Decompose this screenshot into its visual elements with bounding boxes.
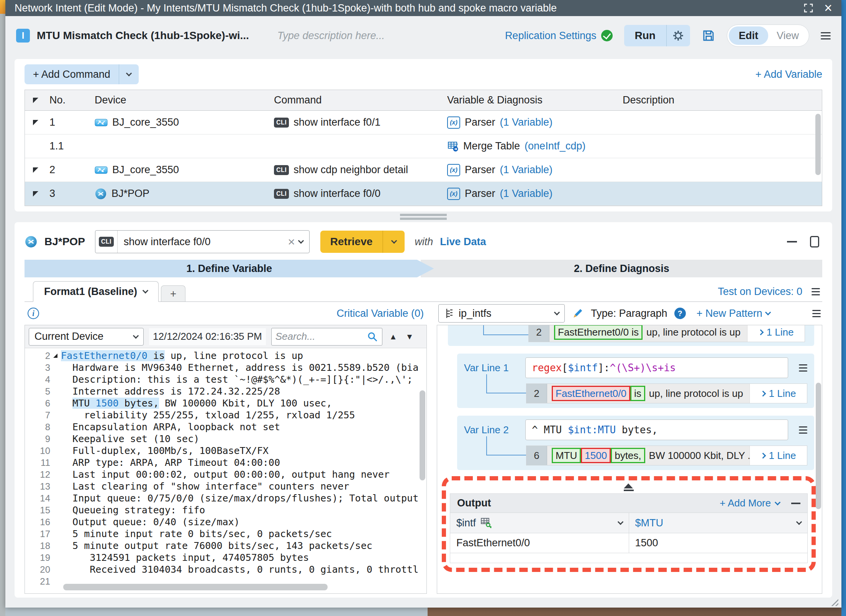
tree-icon (444, 308, 454, 319)
edit-toggle[interactable]: Edit (729, 26, 768, 45)
menu-icon[interactable] (821, 32, 831, 39)
edit-pencil-icon[interactable] (572, 307, 584, 319)
output-column-intf[interactable]: $intf (450, 513, 629, 533)
detail-section: BJ*POP CLI show interface f0/0 × Retriev… (15, 222, 832, 598)
replication-settings-link[interactable]: Replication Settings (505, 30, 613, 42)
device-scope-select[interactable]: Current Device (29, 328, 144, 346)
cli-icon: CLI (274, 189, 289, 199)
run-button-group[interactable]: Run (624, 25, 690, 46)
resize-grip[interactable] (830, 598, 838, 606)
format-tabs: Format1 (Baseline) + Test on Devices: 0 (25, 280, 822, 302)
collapse-output-icon[interactable] (624, 483, 634, 491)
command-table: No. Device Command Variable & Diagnosis … (25, 90, 822, 206)
code-line: 5 Internet address is 172.24.32.225/28 (25, 385, 426, 397)
code-line: 19 3124591 packets input, 474057805 byte… (25, 552, 426, 564)
type-label: Type: Paragraph (591, 308, 667, 319)
table-row[interactable]: 3BJ*POPCLIshow interface f0/0(x)Parser(1… (25, 182, 822, 206)
code-line: 18 5 minute output rate 76000 bits/sec, … (25, 540, 426, 552)
line-count-link[interactable]: 1 Line (747, 325, 805, 342)
panel-splitter[interactable] (5, 211, 841, 222)
match-row: 2 FastEthernet0/0 is up, line protocol i… (528, 325, 805, 342)
var-line-2-label: Var Line 2 (464, 424, 520, 436)
expand-all-icon[interactable] (33, 98, 38, 103)
line-count-link[interactable]: 1 Line (749, 446, 807, 465)
variable-link[interactable]: (1 Variable) (500, 164, 553, 176)
table-row[interactable]: 1.1Merge Table(oneIntf_cdp) (25, 134, 822, 158)
variable-select[interactable]: ip_intfs (438, 304, 565, 323)
close-icon[interactable]: × (824, 1, 832, 15)
minimize-panel-icon[interactable] (787, 241, 797, 242)
check-circle-icon (601, 30, 613, 41)
code-line: 7 reliability 255/255, txload 1/255, rxl… (25, 409, 426, 421)
test-menu-icon[interactable] (812, 288, 820, 295)
pattern-scrollbar[interactable] (816, 383, 821, 509)
new-pattern-button[interactable]: + New Pattern (697, 308, 771, 319)
fullscreen-icon[interactable] (803, 2, 814, 14)
output-column-mtu[interactable]: $MTU (629, 513, 808, 533)
add-format-tab[interactable]: + (161, 285, 185, 301)
search-icon[interactable] (367, 331, 378, 342)
maximize-panel-icon[interactable] (810, 236, 819, 247)
expand-icon[interactable] (33, 167, 38, 173)
table-key-icon (480, 517, 492, 529)
retrieve-dropdown[interactable] (382, 231, 405, 253)
match-row: 2 FastEthernet0/0is up, line protocol is… (526, 383, 807, 403)
search-input[interactable] (275, 331, 367, 342)
info-icon[interactable]: i (28, 308, 39, 319)
merge-table-icon (447, 141, 459, 152)
search-box[interactable] (271, 328, 382, 346)
live-data-link[interactable]: Live Data (440, 236, 486, 248)
clear-command-icon[interactable]: × (284, 235, 299, 249)
code-horizontal-scrollbar[interactable] (63, 584, 328, 590)
description-input[interactable] (277, 30, 442, 42)
help-icon[interactable]: ? (674, 308, 686, 319)
variable-link[interactable]: (1 Variable) (500, 116, 553, 128)
save-icon[interactable] (702, 29, 715, 43)
expand-icon[interactable] (33, 191, 38, 197)
match-chip: is (630, 386, 645, 401)
command-input[interactable]: CLI show interface f0/0 × (95, 230, 310, 253)
code-line: 8 Encapsulation ARPA, loopback not set (25, 421, 426, 433)
step-define-variable[interactable]: 1. Define Variable (25, 260, 434, 277)
test-on-devices-link[interactable]: Test on Devices: 0 (718, 286, 802, 298)
var-line-1-label: Var Line 1 (464, 362, 520, 374)
run-button[interactable]: Run (624, 29, 666, 42)
tab-dropdown-icon[interactable] (143, 288, 149, 294)
output-empty-row (450, 553, 808, 563)
table-row[interactable]: 2BJ_core_3550CLIshow cdp neighbor detail… (25, 158, 822, 182)
retrieve-button[interactable]: Retrieve (320, 231, 383, 253)
command-dropdown-icon[interactable] (298, 238, 304, 244)
var-line-1-pattern-input[interactable]: regex[$intf]:^(\S+)\s+is (525, 357, 788, 378)
tab-format1-baseline[interactable]: Format1 (Baseline) (33, 281, 159, 302)
sample-text-viewer[interactable]: 2FastEthernet0/0 is up, line protocol is… (25, 348, 426, 593)
add-command-button[interactable]: + Add Command (25, 64, 139, 84)
pattern-menu-icon[interactable] (812, 310, 821, 317)
table-scrollbar[interactable] (815, 114, 821, 175)
variable-link[interactable]: (oneIntf_cdp) (525, 140, 585, 152)
run-settings-button[interactable] (666, 25, 690, 46)
table-row[interactable]: 1BJ_core_3550CLIshow interface f0/1(x)Pa… (25, 111, 822, 134)
cli-icon: CLI (99, 237, 114, 247)
intent-icon: I (16, 29, 30, 43)
device-name: BJ*POP (44, 236, 85, 248)
line-count-link[interactable]: 1 Line (749, 384, 807, 403)
expand-icon[interactable] (33, 120, 38, 125)
search-prev-icon[interactable]: ▲ (388, 332, 399, 341)
var-line-1-menu-icon[interactable] (799, 364, 807, 372)
variable-link[interactable]: (1 Variable) (500, 188, 553, 200)
code-vertical-scrollbar[interactable] (420, 390, 425, 480)
add-variable-link[interactable]: + Add Variable (756, 69, 822, 80)
critical-variable-link[interactable]: Critical Variable (0) (336, 308, 424, 319)
add-command-dropdown[interactable] (119, 64, 139, 84)
pattern-section-top: 2 FastEthernet0/0 is up, line protocol i… (448, 325, 814, 346)
add-more-button[interactable]: + Add More (720, 497, 780, 509)
var-line-2-menu-icon[interactable] (799, 426, 807, 434)
collapse-icon[interactable] (791, 503, 800, 504)
connector-line (486, 436, 526, 455)
step-define-diagnosis[interactable]: 2. Define Diagnosis (421, 260, 822, 277)
var-line-2-pattern-input[interactable]: ^ MTU $int:MTU bytes, (525, 419, 788, 440)
search-next-icon[interactable]: ▼ (404, 332, 415, 341)
view-toggle[interactable]: View (768, 30, 807, 42)
fold-icon[interactable] (53, 354, 57, 358)
cli-icon: CLI (274, 118, 289, 128)
